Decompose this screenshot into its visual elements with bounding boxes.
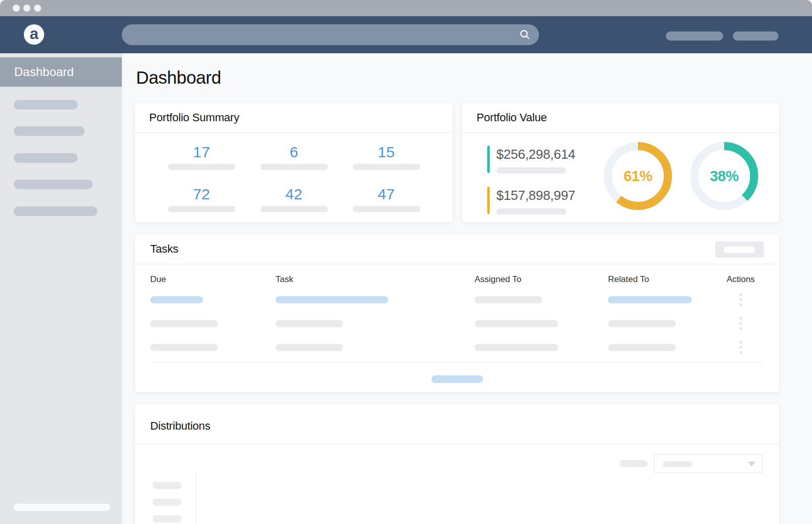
- due-link-placeholder[interactable]: [150, 296, 203, 303]
- stat-value: 6: [290, 145, 298, 160]
- task-placeholder: [276, 344, 343, 351]
- search-icon[interactable]: [519, 28, 531, 41]
- card-title: Portfolio Value: [477, 111, 547, 124]
- tasks-table-body: [150, 288, 763, 359]
- column-header-related-to: Related To: [608, 274, 724, 285]
- table-row: [150, 288, 763, 311]
- tasks-table-header: Due Task Assigned To Related To Actions: [150, 274, 763, 284]
- value-accent-bar: [487, 187, 490, 214]
- summary-stats: 17 6 15 72 42 47: [135, 133, 453, 212]
- app-window: { "nav": { "logo_letter": "a", "search":…: [0, 0, 812, 524]
- y-axis-label-placeholder: [153, 482, 181, 489]
- stat: 47: [340, 187, 432, 212]
- sidebar-item-placeholder[interactable]: [14, 153, 78, 163]
- portfolio-amount: $256,298,614: [496, 148, 575, 161]
- stat: 6: [248, 145, 340, 170]
- stat: 17: [155, 145, 248, 170]
- sidebar-footer-placeholder[interactable]: [14, 504, 110, 511]
- stat-value: 42: [285, 187, 302, 202]
- value-accent-bar: [487, 146, 490, 173]
- stat-label-placeholder: [168, 206, 235, 212]
- table-row: [150, 311, 763, 335]
- nav-link-placeholder[interactable]: [733, 31, 779, 41]
- filter-label-placeholder: [619, 460, 648, 467]
- assigned-placeholder: [475, 320, 558, 327]
- table-footer-divider: [150, 362, 763, 363]
- search-input[interactable]: [132, 24, 510, 46]
- donut-percent-label: 61%: [604, 142, 672, 210]
- portfolio-summary-card: Portfolio Summary 17 6 15 72 42 47: [135, 103, 453, 222]
- due-placeholder: [150, 344, 218, 351]
- row-actions-menu-icon[interactable]: [724, 341, 763, 354]
- card-title: Distributions: [150, 420, 210, 433]
- column-header-assigned-to: Assigned To: [475, 274, 608, 285]
- value-label-placeholder: [496, 167, 566, 173]
- stat-label-placeholder: [353, 164, 420, 170]
- column-header-due: Due: [150, 274, 276, 285]
- card-header: Portfolio Value: [462, 103, 779, 133]
- card-title: Portfolio Summary: [149, 111, 240, 124]
- donut-chart: 38%: [690, 142, 758, 210]
- column-header-actions: Actions: [724, 274, 763, 285]
- sidebar-item-placeholder[interactable]: [14, 100, 78, 110]
- card-title: Tasks: [150, 242, 178, 256]
- stat-label-placeholder: [260, 206, 328, 212]
- stat-label-placeholder: [353, 206, 420, 212]
- stat-label-placeholder: [260, 164, 328, 170]
- view-more-link-placeholder[interactable]: [431, 375, 483, 383]
- stat-value: 72: [193, 187, 210, 202]
- task-placeholder: [276, 320, 343, 327]
- y-axis-label-placeholder: [153, 515, 181, 522]
- window-control-dot[interactable]: [23, 5, 30, 12]
- related-link-placeholder[interactable]: [608, 296, 692, 303]
- sidebar-item-label: Dashboard: [14, 65, 74, 79]
- donut-chart: 61%: [604, 142, 672, 210]
- stat: 42: [248, 187, 340, 212]
- chevron-down-icon: [748, 462, 755, 467]
- assigned-placeholder: [475, 296, 542, 303]
- card-header-divider: [135, 443, 779, 444]
- value-label-placeholder: [496, 208, 566, 215]
- selected-option-placeholder: [663, 461, 692, 467]
- related-placeholder: [608, 344, 676, 351]
- distribution-filter-select[interactable]: [654, 455, 763, 473]
- column-header-task: Task: [276, 274, 475, 285]
- portfolio-value-card: Portfolio Value $256,298,614 $157,898,99…: [462, 103, 779, 222]
- y-axis-label-placeholder: [153, 499, 181, 506]
- stat-value: 15: [378, 145, 394, 160]
- stat: 15: [340, 145, 432, 170]
- nav-link-placeholder[interactable]: [666, 31, 723, 41]
- task-link-placeholder[interactable]: [276, 296, 388, 303]
- sidebar-item-placeholder[interactable]: [14, 180, 93, 189]
- distributions-card: Distributions: [135, 404, 779, 524]
- table-row: [150, 335, 763, 359]
- sidebar-item-placeholder[interactable]: [14, 126, 85, 136]
- donut-percent-label: 38%: [690, 142, 758, 210]
- button-label-placeholder: [724, 247, 755, 253]
- chart-y-axis: [195, 472, 196, 524]
- portfolio-value-item: $157,898,997: [487, 187, 575, 215]
- assigned-placeholder: [475, 344, 558, 351]
- sidebar-item-dashboard[interactable]: Dashboard: [0, 57, 122, 87]
- search-bar: [122, 24, 539, 45]
- row-actions-menu-icon[interactable]: [724, 293, 763, 306]
- stat-label-placeholder: [168, 164, 235, 170]
- portfolio-value-item: $256,298,614: [487, 146, 575, 173]
- app-logo-letter: a: [29, 26, 38, 42]
- app-logo[interactable]: a: [24, 24, 44, 45]
- sidebar-item-placeholder[interactable]: [14, 206, 97, 216]
- card-header: Tasks: [135, 234, 779, 264]
- window-control-dot[interactable]: [13, 5, 20, 12]
- tasks-table: Due Task Assigned To Related To Actions: [135, 274, 779, 359]
- due-placeholder: [150, 320, 218, 327]
- row-actions-menu-icon[interactable]: [724, 317, 763, 330]
- top-navbar: a: [0, 16, 812, 53]
- window-titlebar: [0, 0, 812, 16]
- window-control-dot[interactable]: [34, 5, 41, 12]
- stat: 72: [155, 187, 248, 212]
- card-header: Portfolio Summary: [135, 103, 453, 133]
- tasks-action-button[interactable]: [715, 241, 764, 258]
- sidebar: Dashboard: [0, 53, 122, 524]
- tasks-card: Tasks Due Task Assigned To Related To Ac…: [135, 234, 779, 392]
- stat-value: 17: [193, 145, 210, 160]
